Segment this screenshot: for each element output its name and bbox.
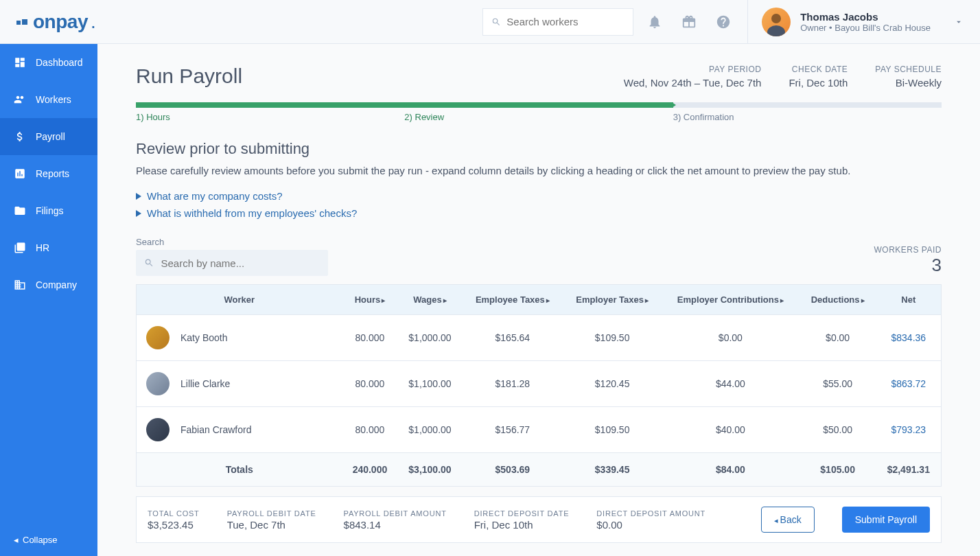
dashboard-icon: [14, 56, 26, 69]
bell-icon[interactable]: [647, 14, 662, 30]
table-search[interactable]: [136, 250, 328, 276]
page-title: Run Payroll: [136, 65, 242, 88]
cell-deductions: $55.00: [800, 361, 876, 407]
sidebar-collapse[interactable]: ◂ Collapse: [0, 524, 97, 556]
logo-dot-icon: .: [91, 11, 96, 33]
totals-net: $2,491.31: [876, 453, 942, 487]
cell-er-taxes: $120.45: [563, 361, 662, 407]
progress-step-1: [136, 102, 404, 108]
payroll-icon: [14, 130, 26, 143]
chevron-down-icon[interactable]: [954, 17, 964, 27]
sidebar-item-company[interactable]: Company: [0, 266, 97, 303]
sidebar-item-label: Dashboard: [36, 57, 83, 68]
sidebar-item-filings[interactable]: Filings: [0, 192, 97, 229]
expand-withheld[interactable]: What is withheld from my employees' chec…: [136, 207, 942, 219]
table-row: Fabian Crawford 80.000 $1,000.00 $156.77…: [137, 407, 942, 453]
svg-point-0: [771, 14, 781, 23]
user-name: Thomas Jacobs: [800, 11, 931, 23]
sidebar-item-dashboard[interactable]: Dashboard: [0, 44, 97, 81]
global-search[interactable]: [482, 8, 633, 36]
expand-link-label: What is withheld from my employees' chec…: [147, 207, 357, 219]
net-link[interactable]: $863.72: [891, 378, 926, 389]
totals-label: Totals: [137, 453, 342, 487]
worker-avatar: [146, 418, 170, 441]
cell-hours: 80.000: [342, 407, 398, 453]
sidebar-item-hr[interactable]: HR: [0, 229, 97, 266]
totals-hours: 240.000: [342, 453, 398, 487]
worker-name: Lillie Clarke: [180, 378, 230, 389]
net-link[interactable]: $793.23: [891, 424, 926, 435]
net-link[interactable]: $834.36: [891, 332, 926, 343]
step-label-1: 1) Hours: [136, 112, 404, 122]
caret-right-icon: ▸: [443, 297, 447, 304]
sidebar-item-label: Company: [36, 279, 77, 290]
caret-right-icon: ▸: [780, 297, 784, 304]
back-button[interactable]: Back: [761, 507, 815, 533]
cell-emp-taxes: $165.64: [463, 315, 563, 361]
caret-right-icon: ▸: [546, 297, 550, 304]
cell-wages: $1,100.00: [397, 361, 462, 407]
totals-emp-taxes: $503.69: [463, 453, 563, 487]
col-net[interactable]: Net: [876, 285, 942, 315]
cell-deductions: $0.00: [800, 315, 876, 361]
section-description: Please carefully review amounts before y…: [136, 165, 942, 176]
debit-date-value: Tue, Dec 7th: [227, 519, 316, 531]
svg-point-1: [767, 25, 785, 36]
pay-schedule-label: PAY SCHEDULE: [875, 65, 942, 74]
dd-amount-value: $0.00: [596, 519, 705, 531]
debit-date-label: PAYROLL DEBIT DATE: [227, 509, 316, 518]
table-row: Lillie Clarke 80.000 $1,100.00 $181.28 $…: [137, 361, 942, 407]
help-icon[interactable]: [716, 14, 731, 30]
brand-name: onpay: [33, 11, 88, 33]
gift-icon[interactable]: [681, 14, 697, 30]
progress-step-3: [673, 102, 942, 108]
worker-name: Fabian Crawford: [180, 424, 252, 435]
chevron-left-icon: ◂: [14, 535, 19, 545]
expand-company-costs[interactable]: What are my company costs?: [136, 190, 942, 202]
user-menu[interactable]: Thomas Jacobs Owner • Bayou Bill's Crab …: [747, 0, 964, 44]
dd-date-label: DIRECT DEPOSIT DATE: [474, 509, 570, 518]
brand-logo[interactable]: onpay.: [16, 11, 96, 33]
user-avatar: [762, 8, 791, 36]
global-search-input[interactable]: [506, 16, 625, 27]
sidebar-item-workers[interactable]: Workers: [0, 81, 97, 118]
step-label-3: 3) Confirmation: [673, 112, 942, 122]
caret-right-icon: ▸: [861, 297, 865, 304]
hr-icon: [14, 242, 26, 254]
dd-date-value: Fri, Dec 10th: [474, 519, 570, 531]
table-search-input[interactable]: [161, 257, 320, 269]
sidebar-item-reports[interactable]: Reports: [0, 155, 97, 192]
total-cost-value: $3,523.45: [148, 519, 200, 531]
col-employee-taxes[interactable]: Employee Taxes▸: [463, 285, 563, 315]
cell-er-contrib: $44.00: [662, 361, 799, 407]
worker-name: Katy Booth: [180, 332, 228, 343]
col-employer-contributions[interactable]: Employer Contributions▸: [662, 285, 799, 315]
col-worker[interactable]: Worker: [137, 285, 342, 315]
caret-right-icon: [136, 210, 141, 217]
cell-emp-taxes: $181.28: [463, 361, 563, 407]
cell-deductions: $50.00: [800, 407, 876, 453]
check-date-value: Fri, Dec 10th: [789, 77, 848, 89]
progress-bar: [136, 102, 942, 108]
search-icon: [491, 16, 501, 27]
cell-emp-taxes: $156.77: [463, 407, 563, 453]
pay-period-label: PAY PERIOD: [624, 65, 762, 74]
col-employer-taxes[interactable]: Employer Taxes▸: [563, 285, 662, 315]
submit-payroll-button[interactable]: Submit Payroll: [842, 507, 930, 533]
col-hours[interactable]: Hours▸: [342, 285, 398, 315]
cell-hours: 80.000: [342, 315, 398, 361]
cell-er-contrib: $0.00: [662, 315, 799, 361]
totals-er-taxes: $339.45: [563, 453, 662, 487]
debit-amount-label: PAYROLL DEBIT AMOUNT: [344, 509, 447, 518]
sidebar-item-payroll[interactable]: Payroll: [0, 118, 97, 155]
check-date-label: CHECK DATE: [789, 65, 848, 74]
pay-period-value: Wed, Nov 24th – Tue, Dec 7th: [624, 77, 762, 89]
progress-step-2: [404, 102, 673, 108]
totals-wages: $3,100.00: [397, 453, 462, 487]
sidebar-item-label: Payroll: [36, 131, 65, 142]
col-deductions[interactable]: Deductions▸: [800, 285, 876, 315]
col-wages[interactable]: Wages▸: [397, 285, 462, 315]
total-cost-label: TOTAL COST: [148, 509, 200, 518]
cell-hours: 80.000: [342, 361, 398, 407]
table-row: Katy Booth 80.000 $1,000.00 $165.64 $109…: [137, 315, 942, 361]
